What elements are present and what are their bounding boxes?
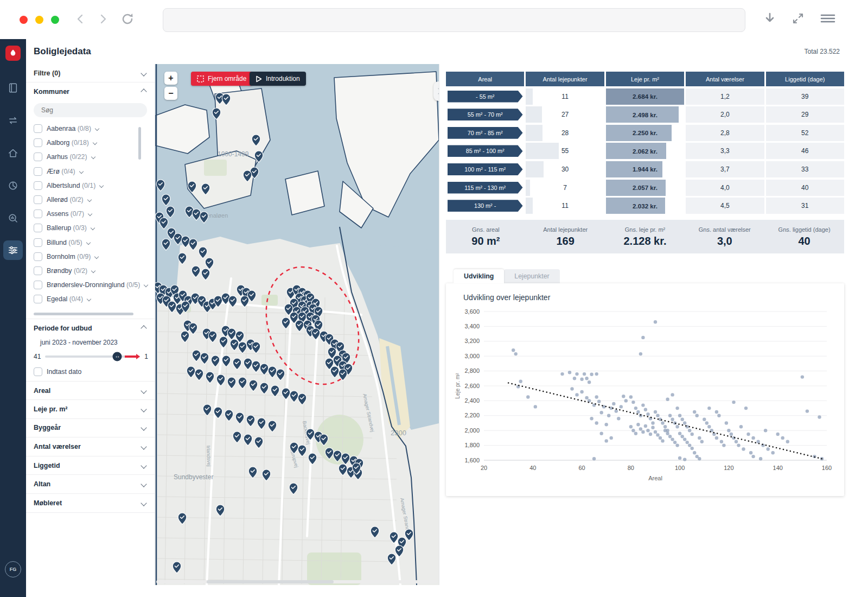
filter-section[interactable]: Leje pr. m²: [26, 400, 155, 419]
kommune-checkbox[interactable]: [34, 138, 42, 147]
chevron-down-icon[interactable]: [87, 198, 91, 202]
tab-udvikling[interactable]: Udvikling: [454, 269, 504, 283]
kommune-checkbox[interactable]: [34, 281, 42, 289]
map-container[interactable]: 1000-1499ArsenaløenSundbyvester2300Amage…: [155, 64, 439, 585]
filter-section[interactable]: Altan: [26, 475, 155, 494]
chevron-down-icon[interactable]: [99, 183, 104, 188]
collapse-panel-tab[interactable]: [433, 81, 439, 101]
periode-slider[interactable]: ‹›: [45, 355, 140, 358]
kommune-checkbox[interactable]: [34, 224, 42, 232]
table-row[interactable]: 115 m² - 130 m²72.057 kr.4,040: [446, 180, 844, 196]
kommune-checkbox[interactable]: [34, 295, 42, 303]
filter-section[interactable]: Liggetid: [26, 456, 155, 475]
kommune-item[interactable]: Ballerup (0/3): [26, 221, 155, 235]
zoom-in-button[interactable]: +: [164, 72, 177, 85]
chevron-down-icon[interactable]: [141, 70, 146, 76]
kommune-checkbox[interactable]: [34, 252, 42, 261]
kommune-search[interactable]: [34, 103, 147, 117]
slider-handle[interactable]: ‹›: [113, 352, 122, 361]
nav-filters-active[interactable]: [3, 240, 23, 260]
filter-section[interactable]: Antal værelser: [26, 437, 155, 456]
kommune-item[interactable]: Brøndby (0/2): [26, 264, 155, 278]
chevron-down-icon[interactable]: [87, 297, 91, 301]
maximize-window-button[interactable]: [51, 16, 59, 24]
kommune-checkbox[interactable]: [34, 238, 42, 247]
kommune-checkbox[interactable]: [34, 153, 42, 161]
filter-section[interactable]: Areal: [26, 381, 155, 400]
chevron-down-icon[interactable]: [91, 226, 95, 230]
kommune-checkbox[interactable]: [34, 209, 42, 218]
menu-icon[interactable]: [820, 13, 835, 24]
table-row[interactable]: 55 m² - 70 m²272.498 kr.2,029: [446, 106, 844, 123]
kommune-item[interactable]: Bornholm (0/9): [26, 250, 155, 264]
kommune-checkbox[interactable]: [34, 181, 42, 190]
kommune-item[interactable]: Aarhus (0/22): [26, 150, 155, 164]
map-horizontal-scrollbar[interactable]: [156, 580, 438, 583]
chevron-down-icon[interactable]: [94, 255, 99, 259]
filters-header[interactable]: Filtre (0): [26, 64, 155, 82]
table-row[interactable]: 85 m² - 100 m²552.062 kr.3,346: [446, 143, 844, 159]
filter-section[interactable]: Byggeår: [26, 419, 155, 438]
remove-area-button[interactable]: Fjern område: [191, 72, 252, 86]
tab-lejepunkter[interactable]: Lejepunkter: [504, 269, 559, 283]
chevron-down-icon[interactable]: [88, 212, 92, 216]
kommuner-header[interactable]: Kommuner: [26, 82, 155, 101]
vertical-scrollbar[interactable]: [138, 127, 141, 160]
kommune-item[interactable]: Billund (0/5): [26, 236, 155, 250]
kommune-item[interactable]: Aabenraa (0/8): [26, 122, 155, 136]
kommune-checkbox[interactable]: [34, 266, 42, 275]
chevron-down-icon[interactable]: [141, 406, 146, 412]
table-row[interactable]: 70 m² - 85 m²282.250 kr.2,852: [446, 125, 844, 141]
kommune-item[interactable]: Ærø (0/4): [26, 164, 155, 179]
chevron-down-icon[interactable]: [91, 155, 95, 159]
url-bar[interactable]: [163, 8, 745, 32]
forward-icon[interactable]: [98, 14, 108, 24]
kommune-item[interactable]: Brønderslev-Dronninglund (0/5): [26, 278, 155, 292]
kommune-item[interactable]: Egedal (0/4): [26, 292, 155, 306]
kommune-search-input[interactable]: [34, 106, 147, 114]
nav-pie-chart-icon[interactable]: [7, 179, 20, 192]
nav-compare-icon[interactable]: [7, 114, 20, 127]
indtast-dato-checkbox[interactable]: [34, 367, 42, 376]
filter-section[interactable]: Møbleret: [26, 494, 155, 513]
periode-header[interactable]: Periode for udbud: [26, 319, 155, 338]
chevron-down-icon[interactable]: [141, 443, 146, 449]
close-window-button[interactable]: [20, 16, 28, 24]
back-icon[interactable]: [75, 14, 86, 24]
chevron-down-icon[interactable]: [141, 462, 146, 468]
table-row[interactable]: 130 m² -112.032 kr.4,531: [446, 198, 844, 214]
app-logo[interactable]: [5, 46, 21, 61]
kommune-item[interactable]: Allerød (0/2): [26, 193, 155, 207]
chevron-down-icon[interactable]: [86, 240, 90, 244]
nav-search-analytics-icon[interactable]: [7, 212, 20, 225]
horizontal-scrollbar[interactable]: [34, 313, 133, 315]
kommune-checkbox[interactable]: [34, 195, 42, 204]
chevron-down-icon[interactable]: [141, 388, 146, 393]
table-row[interactable]: 100 m² - 115 m²301.944 kr.3,733: [446, 161, 844, 177]
kommune-checkbox[interactable]: [34, 167, 42, 176]
chevron-down-icon[interactable]: [93, 141, 97, 145]
nav-reports-icon[interactable]: [7, 81, 20, 94]
chevron-down-icon[interactable]: [91, 269, 95, 273]
chevron-down-icon[interactable]: [79, 169, 83, 173]
url-input[interactable]: [163, 9, 760, 31]
download-icon[interactable]: [764, 12, 776, 25]
kommune-item[interactable]: Assens (0/7): [26, 207, 155, 221]
intro-button[interactable]: Introduktion: [250, 72, 306, 86]
zoom-out-button[interactable]: −: [164, 87, 177, 100]
chevron-up-icon[interactable]: [141, 326, 146, 332]
kommune-item[interactable]: Aalborg (0/18): [26, 136, 155, 150]
map-canvas[interactable]: 1000-1499ArsenaløenSundbyvester2300Amage…: [155, 64, 439, 585]
kommune-checkbox[interactable]: [34, 124, 42, 133]
table-row[interactable]: - 55 m²112.684 kr.1,239: [446, 88, 844, 105]
chevron-up-icon[interactable]: [141, 88, 146, 94]
expand-icon[interactable]: [792, 12, 804, 24]
chevron-down-icon[interactable]: [141, 500, 146, 506]
nav-home-icon[interactable]: [7, 147, 20, 160]
chevron-down-icon[interactable]: [144, 283, 148, 287]
chevron-down-icon[interactable]: [141, 481, 146, 487]
user-avatar[interactable]: FG: [5, 561, 21, 577]
chevron-down-icon[interactable]: [95, 126, 99, 131]
minimize-window-button[interactable]: [35, 16, 43, 24]
reload-icon[interactable]: [120, 12, 135, 26]
